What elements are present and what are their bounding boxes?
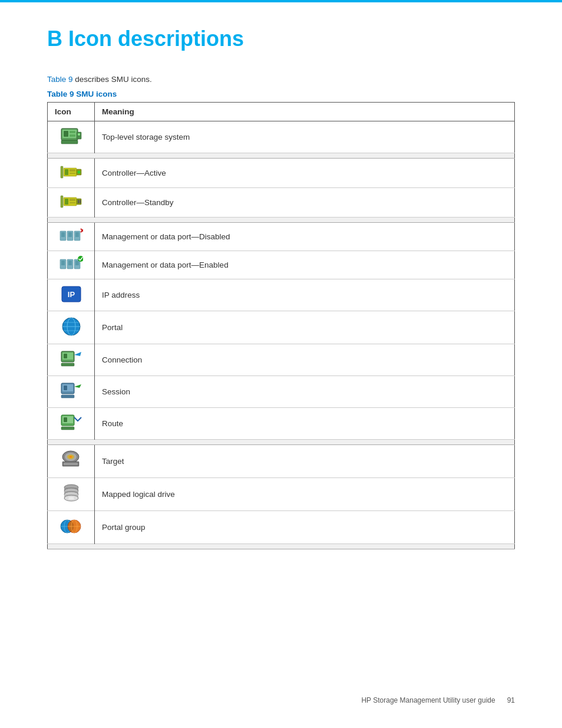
- svg-text:IP: IP: [67, 290, 75, 299]
- intro-paragraph: Table 9 describes SMU icons.: [47, 75, 515, 84]
- svg-rect-36: [75, 261, 79, 265]
- top-level-storage-icon: [60, 126, 82, 146]
- svg-point-14: [77, 171, 80, 174]
- icon-cell: [48, 311, 95, 344]
- svg-rect-62: [64, 463, 78, 465]
- ip-address-icon: IP: [61, 284, 82, 304]
- svg-rect-11: [70, 169, 75, 172]
- table-row: Target: [48, 445, 515, 478]
- svg-rect-15: [61, 196, 63, 207]
- icon-cell: [48, 223, 95, 251]
- spacer-cell: [48, 218, 515, 223]
- icon-cell: [48, 376, 95, 408]
- icon-cell: [48, 344, 95, 376]
- spacer-cell: [48, 440, 515, 445]
- group-separator-row: [48, 440, 515, 445]
- svg-rect-48: [61, 363, 74, 366]
- meaning-cell: Session: [95, 376, 515, 408]
- smu-icons-table: Icon Meaning: [47, 102, 515, 549]
- table-row: Management or data port—Enabled: [48, 251, 515, 279]
- svg-rect-22: [80, 200, 81, 203]
- svg-rect-2: [64, 131, 68, 137]
- table-header-row: Icon Meaning: [48, 103, 515, 121]
- table-row: Portal group: [48, 511, 515, 544]
- icon-cell: IP: [48, 279, 95, 311]
- svg-rect-34: [68, 261, 72, 265]
- mapped-logical-drive-icon: [61, 483, 82, 504]
- svg-rect-52: [61, 395, 74, 398]
- svg-rect-17: [65, 199, 68, 205]
- svg-rect-18: [70, 199, 75, 201]
- icon-cell: [48, 511, 95, 544]
- table-link: Table 9: [47, 75, 73, 84]
- meaning-cell: Connection: [95, 344, 515, 376]
- connection-icon: [60, 349, 82, 369]
- meaning-cell: Portal group: [95, 511, 515, 544]
- meaning-cell: Route: [95, 408, 515, 440]
- svg-rect-12: [70, 173, 75, 174]
- svg-rect-19: [70, 202, 75, 203]
- table-row: Mapped logical drive: [48, 478, 515, 511]
- page-content: B Icon descriptions Table 9 describes SM…: [0, 2, 562, 585]
- footer-text: HP Storage Management Utility user guide: [361, 696, 495, 704]
- target-icon: [60, 450, 82, 471]
- svg-rect-3: [70, 131, 75, 133]
- table-row: IP IP address: [48, 279, 515, 311]
- svg-point-60: [69, 456, 72, 458]
- icon-cell: [48, 445, 95, 478]
- svg-rect-32: [61, 261, 65, 265]
- svg-rect-28: [75, 232, 79, 237]
- page-title: B Icon descriptions: [47, 26, 515, 51]
- group-separator-row: [48, 153, 515, 159]
- meaning-cell: Controller—Standby: [95, 188, 515, 218]
- table-row: Session: [48, 376, 515, 408]
- table-row: Top-level storage system: [48, 121, 515, 153]
- svg-rect-24: [61, 232, 65, 237]
- svg-rect-10: [65, 169, 68, 175]
- meaning-cell: Target: [95, 445, 515, 478]
- portal-icon: [61, 316, 82, 337]
- controller-active-icon: [60, 163, 82, 181]
- svg-rect-26: [68, 232, 72, 237]
- table-row: Controller—Active: [48, 159, 515, 188]
- svg-rect-8: [61, 166, 63, 178]
- mgmt-port-disabled-icon: [59, 228, 83, 244]
- header-icon: Icon: [48, 103, 95, 121]
- icon-cell: [48, 121, 95, 153]
- svg-rect-51: [64, 386, 67, 390]
- meaning-cell: IP address: [95, 279, 515, 311]
- header-meaning: Meaning: [95, 103, 515, 121]
- table-row: Route: [48, 408, 515, 440]
- page-footer: HP Storage Management Utility user guide…: [361, 696, 515, 704]
- svg-rect-55: [64, 417, 67, 422]
- meaning-cell: Top-level storage system: [95, 121, 515, 153]
- svg-rect-7: [61, 140, 78, 144]
- svg-point-70: [68, 497, 74, 499]
- table-caption: Table 9 SMU icons: [47, 90, 515, 98]
- session-icon: [60, 381, 82, 401]
- icon-cell: [48, 251, 95, 279]
- meaning-cell: Management or data port—Enabled: [95, 251, 515, 279]
- intro-suffix: describes SMU icons.: [73, 75, 152, 84]
- portal-group-icon: [60, 516, 82, 537]
- svg-rect-56: [61, 427, 74, 430]
- icon-cell: [48, 408, 95, 440]
- table-row: Management or data port—Disabled: [48, 223, 515, 251]
- svg-rect-21: [78, 200, 79, 203]
- meaning-cell: Management or data port—Disabled: [95, 223, 515, 251]
- group-separator-row: [48, 544, 515, 549]
- spacer-cell: [48, 544, 515, 549]
- meaning-cell: Mapped logical drive: [95, 478, 515, 511]
- meaning-cell: Portal: [95, 311, 515, 344]
- icon-cell: [48, 188, 95, 218]
- controller-standby-icon: [60, 193, 82, 210]
- meaning-cell: Controller—Active: [95, 159, 515, 188]
- table-row: Portal: [48, 311, 515, 344]
- table-row: Connection: [48, 344, 515, 376]
- route-icon: [60, 413, 82, 433]
- table-row: Controller—Standby: [48, 188, 515, 218]
- icon-cell: [48, 478, 95, 511]
- mgmt-port-enabled-icon: [59, 256, 83, 272]
- spacer-cell: [48, 153, 515, 159]
- svg-rect-47: [64, 354, 67, 358]
